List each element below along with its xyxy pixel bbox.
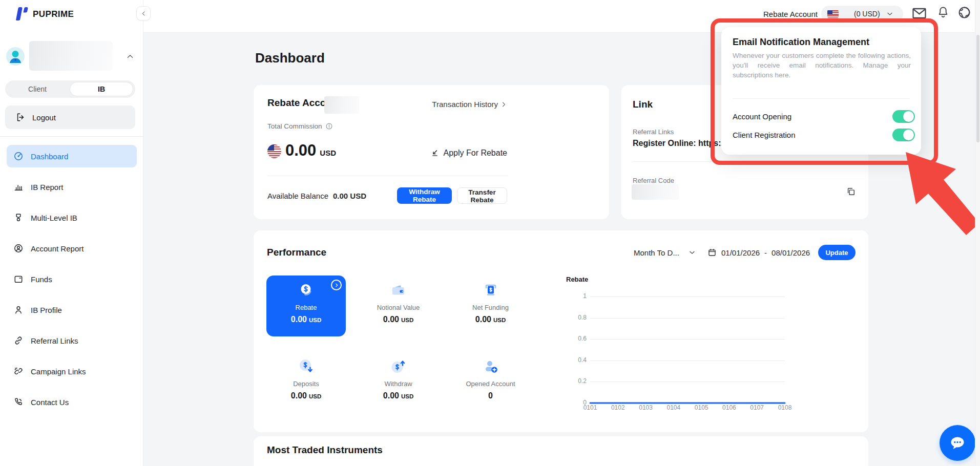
withdraw-rebate-button[interactable]: Withdraw Rebate	[397, 187, 452, 204]
total-commission-amount: 0.00 USD	[285, 141, 336, 160]
chevron-right-circle-icon[interactable]	[331, 280, 342, 290]
usd-flag-icon	[267, 144, 281, 158]
available-balance-row: Available Balance 0.00 USD	[267, 192, 366, 200]
sidebar-item-ib-profile[interactable]: IB Profile	[7, 299, 137, 321]
tile-label: Notional Value	[377, 304, 420, 311]
chevron-up-icon[interactable]	[126, 52, 134, 60]
tile-value: 0.00USD	[291, 315, 321, 324]
sidebar-nav: DashboardIB ReportMulti-Level IBAccount …	[7, 145, 137, 421]
referral-code-label: Referral Code	[633, 177, 674, 184]
apply-for-rebate-link[interactable]: Apply For Rebate	[430, 149, 507, 158]
info-icon[interactable]	[325, 122, 333, 130]
transfer-rebate-button[interactable]: Transfer Rebate	[457, 187, 507, 204]
client-registration-label: Client Registration	[733, 131, 796, 139]
popup-title: Email Notification Management	[733, 37, 869, 48]
sidebar-collapse-button[interactable]	[136, 6, 151, 20]
logout-label: Logout	[32, 113, 56, 122]
perf-tile-rebate[interactable]: Rebate0.00USD	[266, 276, 346, 336]
bell-icon[interactable]	[937, 6, 949, 19]
puprime-logo-icon	[14, 6, 28, 23]
sidebar-item-multi-level-ib[interactable]: Multi-Level IB	[7, 206, 137, 229]
transaction-history-link[interactable]: Transaction History	[432, 100, 507, 109]
dollar-down-icon	[298, 358, 315, 375]
rebate-account-card: Rebate Account Transaction History Total…	[254, 85, 609, 219]
globe-icon[interactable]	[957, 6, 971, 19]
sidebar-item-account-report[interactable]: Account Report	[7, 237, 137, 260]
total-commission-label: Total Commission	[267, 122, 322, 130]
date-range-value: Month To D...	[634, 248, 679, 257]
sidebar-item-label: Account Report	[31, 244, 84, 253]
tile-label: Rebate	[296, 304, 317, 311]
wallet-card-icon	[390, 282, 407, 299]
sidebar-item-label: Multi-Level IB	[31, 214, 77, 222]
sidebar-item-label: Campaign Links	[31, 367, 86, 376]
date-range-dropdown[interactable]: Month To D...	[634, 245, 696, 260]
person-icon	[13, 305, 24, 315]
sidebar-item-label: Referral Links	[31, 336, 78, 345]
role-toggle: Client IB	[5, 80, 135, 98]
mail-icon[interactable]	[912, 7, 927, 19]
role-option-ib[interactable]: IB	[70, 82, 133, 96]
user-add-icon	[482, 358, 499, 375]
chevron-down-icon	[689, 249, 696, 256]
account-opening-toggle[interactable]	[892, 110, 915, 123]
date-to: 08/01/2026	[772, 248, 810, 257]
tile-value: 0.00USD	[475, 315, 506, 324]
phone-icon	[13, 397, 24, 407]
redacted-user-name	[29, 41, 113, 71]
card-divider	[633, 161, 857, 162]
sidebar-item-label: Dashboard	[31, 152, 68, 161]
perf-tile-deposits[interactable]: Deposits0.00USD	[266, 352, 346, 413]
redacted-account-number	[324, 96, 359, 114]
brand-logo[interactable]: PUPRIME	[14, 6, 74, 23]
account-selector[interactable]: (0 USD)	[821, 6, 903, 22]
card-divider	[267, 176, 508, 176]
perf-tile-opened-account[interactable]: Opened Account0	[451, 352, 530, 413]
chevron-left-icon	[140, 10, 147, 17]
chevron-down-icon	[886, 10, 893, 17]
available-balance-label: Available Balance	[267, 192, 328, 200]
performance-title: Performance	[267, 247, 326, 258]
sidebar-item-funds[interactable]: Funds	[7, 268, 137, 290]
sidebar-item-campaign-links[interactable]: Campaign Links	[7, 360, 137, 383]
logout-button[interactable]: Logout	[5, 105, 135, 129]
account-opening-row: Account Opening	[733, 110, 915, 123]
perf-tile-net-funding[interactable]: Net Funding0.00USD	[451, 276, 530, 336]
sidebar-item-label: Contact Us	[31, 398, 69, 407]
apply-rebate-icon	[430, 149, 440, 158]
tile-value: 0.00USD	[383, 391, 413, 400]
client-registration-toggle[interactable]	[892, 129, 915, 141]
atm-deposit-icon	[482, 282, 499, 299]
account-balance: (0 USD)	[854, 10, 880, 18]
most-traded-title: Most Traded Instruments	[267, 444, 383, 456]
sidebar-item-referral-links[interactable]: Referral Links	[7, 329, 137, 352]
sidebar-item-label: IB Profile	[31, 306, 62, 314]
rebate-account-label: Rebate Account	[763, 10, 818, 18]
date-range-picker[interactable]: 01/01/2026 - 08/01/2026	[707, 245, 810, 260]
scrollbar-thumb[interactable]	[976, 35, 979, 142]
brand-name: PUPRIME	[33, 9, 74, 19]
role-option-client[interactable]: Client	[5, 80, 70, 98]
apply-rebate-label: Apply For Rebate	[443, 149, 507, 158]
live-chat-button[interactable]	[940, 425, 975, 461]
copy-icon[interactable]	[846, 186, 856, 197]
avatar[interactable]	[6, 47, 25, 66]
medal-icon	[13, 213, 24, 223]
popup-divider	[733, 98, 910, 99]
referral-links-label: Referral Links	[633, 128, 674, 136]
email-notification-popup: Email Notification Management Whenever y…	[721, 27, 921, 155]
perf-tile-notional-value[interactable]: Notional Value0.00USD	[359, 276, 438, 336]
sidebar-item-ib-report[interactable]: IB Report	[7, 176, 137, 198]
dollar-up-icon	[390, 358, 407, 375]
update-button[interactable]: Update	[818, 245, 856, 260]
sidebar-item-dashboard[interactable]: Dashboard	[7, 145, 137, 167]
perf-tile-withdraw[interactable]: Withdraw0.00USD	[359, 352, 438, 413]
sidebar-item-contact-us[interactable]: Contact Us	[7, 391, 137, 413]
rebate-chart: Rebate 00.20.40.60.810101010201030104010…	[566, 274, 807, 418]
commission-amount: 0.00	[285, 141, 316, 160]
scrollbar[interactable]	[975, 0, 980, 466]
sidebar: PUPRIME Client IB Logout DashboardIB Rep…	[0, 0, 143, 466]
bar-chart-icon	[13, 182, 24, 192]
date-from: 01/01/2026	[721, 248, 760, 257]
us-flag-icon	[827, 10, 839, 18]
